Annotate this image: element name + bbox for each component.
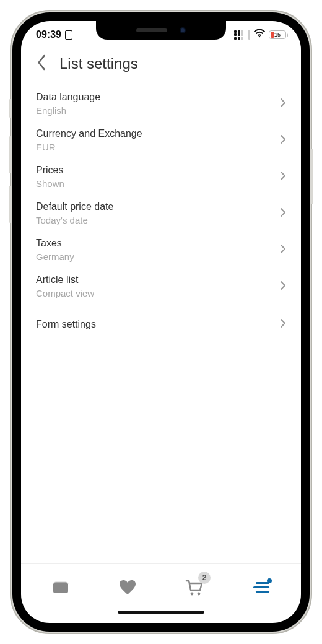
book-icon	[51, 580, 70, 595]
page-title: List settings	[59, 55, 138, 72]
setting-taxes[interactable]: Taxes Germany	[21, 232, 301, 268]
screen: 09:39	[21, 21, 301, 623]
tab-menu[interactable]	[243, 575, 280, 600]
setting-value: Today's date	[36, 215, 113, 225]
svg-point-0	[259, 36, 261, 38]
back-button[interactable]	[36, 54, 47, 73]
header: List settings	[21, 48, 301, 85]
setting-label: Form settings	[36, 319, 96, 330]
phone-frame: 09:39	[12, 12, 310, 632]
battery-icon: 15	[269, 30, 286, 39]
chevron-right-icon	[280, 318, 286, 331]
setting-prices[interactable]: Prices Shown	[21, 159, 301, 195]
chevron-left-icon	[36, 54, 47, 71]
battery-pct: 15	[269, 30, 285, 39]
wifi-icon	[254, 29, 265, 40]
setting-label: Default price date	[36, 201, 113, 212]
chevron-right-icon	[280, 207, 286, 220]
tab-bar: 2	[21, 564, 301, 607]
settings-list: Data language English Currency and Excha…	[21, 85, 301, 564]
cellular-bar-icon	[248, 30, 250, 40]
tab-catalog[interactable]	[42, 575, 79, 600]
setting-value: Compact view	[36, 288, 94, 298]
tab-cart[interactable]: 2	[176, 575, 213, 600]
setting-currency-exchange[interactable]: Currency and Exchange EUR	[21, 122, 301, 159]
setting-label: Data language	[36, 92, 100, 103]
id-card-icon	[65, 30, 72, 40]
setting-value: Shown	[36, 178, 64, 189]
menu-icon	[253, 582, 269, 593]
setting-label: Currency and Exchange	[36, 128, 142, 139]
setting-value: English	[36, 105, 100, 116]
setting-value: Germany	[36, 251, 74, 262]
chevron-right-icon	[280, 98, 286, 110]
setting-label: Taxes	[36, 238, 74, 249]
svg-point-2	[198, 592, 201, 595]
chevron-right-icon	[280, 171, 286, 183]
home-indicator[interactable]	[21, 607, 301, 623]
setting-value: EUR	[36, 142, 142, 152]
setting-data-language[interactable]: Data language English	[21, 85, 301, 122]
chevron-right-icon	[280, 244, 286, 256]
setting-form-settings[interactable]: Form settings	[21, 312, 301, 337]
setting-label: Article list	[36, 274, 94, 285]
setting-article-list[interactable]: Article list Compact view	[21, 268, 301, 305]
cart-badge: 2	[198, 572, 211, 584]
chevron-right-icon	[280, 134, 286, 147]
heart-icon	[119, 580, 136, 596]
setting-default-price-date[interactable]: Default price date Today's date	[21, 195, 301, 232]
setting-label: Prices	[36, 165, 64, 176]
chevron-right-icon	[280, 281, 286, 293]
svg-point-1	[191, 592, 194, 595]
tab-favorites[interactable]	[109, 575, 146, 600]
cellular-icon	[234, 30, 243, 40]
notch	[96, 21, 226, 40]
status-time: 09:39	[36, 29, 61, 40]
